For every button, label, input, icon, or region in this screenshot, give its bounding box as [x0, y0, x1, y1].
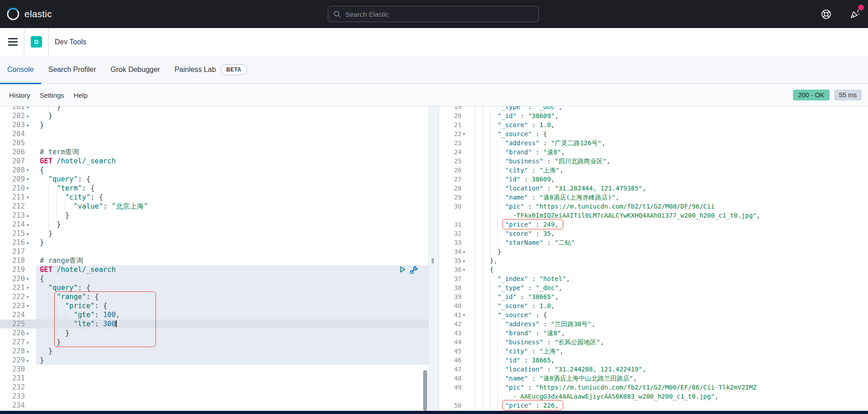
- code-line[interactable]: 19 "_type" : "_doc",: [439, 106, 868, 111]
- code-line[interactable]: 48 "name" : "速8酒店上海中山北路兰田路店",: [439, 374, 868, 383]
- code-line[interactable]: 39 "_id" : "38665",: [439, 292, 868, 301]
- code-line[interactable]: 230: [0, 365, 429, 374]
- code-line[interactable]: 215▴ }: [0, 229, 429, 238]
- code-line[interactable]: 218# range查询: [0, 256, 429, 265]
- code-line[interactable]: 204: [0, 129, 429, 138]
- code-line[interactable]: 213▴ }: [0, 211, 429, 220]
- help-icon[interactable]: [820, 8, 832, 20]
- code-line[interactable]: 27 "id" : 38609,: [439, 175, 868, 184]
- fold-toggle-icon[interactable]: ▾: [463, 310, 465, 319]
- code-line[interactable]: 42 "address" : "兰田路38号",: [439, 319, 868, 328]
- code-line[interactable]: 233: [0, 392, 429, 401]
- history-button[interactable]: History: [9, 91, 30, 99]
- code-line[interactable]: 205: [0, 138, 429, 148]
- tab-grok-debugger[interactable]: Grok Debugger: [104, 56, 167, 84]
- tab-search-profiler[interactable]: Search Profiler: [41, 56, 104, 84]
- code-line[interactable]: 206# term查询: [0, 148, 429, 157]
- code-line[interactable]: 38 "_type" : "_doc",: [439, 283, 868, 292]
- fold-toggle-icon[interactable]: ▴: [27, 356, 29, 365]
- wrench-icon[interactable]: [410, 266, 418, 274]
- fold-toggle-icon[interactable]: ▾: [27, 274, 29, 283]
- code-line[interactable]: 44 "business" : "长风公园地区",: [439, 338, 868, 347]
- fold-toggle-icon[interactable]: ▾: [463, 129, 465, 138]
- fold-toggle-icon[interactable]: ▾: [27, 193, 29, 202]
- code-line[interactable]: 46 "id" : 38665,: [439, 356, 868, 365]
- code-line[interactable]: 34▴ }: [439, 247, 868, 256]
- tab-console[interactable]: Console: [0, 56, 41, 84]
- code-line[interactable]: 208▾{: [0, 166, 429, 175]
- code-line[interactable]: 29 "name" : "速8酒店(上海赤峰路店)",: [439, 193, 868, 202]
- elastic-logo[interactable]: elastic: [6, 7, 52, 21]
- fold-toggle-icon[interactable]: ▾: [27, 175, 29, 184]
- code-line[interactable]: 49 "pic" : "https://m.tuniucdn.com/fb2/t…: [439, 383, 868, 401]
- fold-toggle-icon[interactable]: ▴: [27, 120, 29, 129]
- code-line[interactable]: 212 "value": "北京上海": [0, 202, 429, 211]
- code-line[interactable]: 22▾ "_source" : {: [439, 129, 868, 138]
- pane-resizer[interactable]: ‖: [429, 106, 439, 411]
- code-line[interactable]: 217: [0, 247, 429, 256]
- code-line[interactable]: 232: [0, 383, 429, 392]
- code-line[interactable]: 37 "_index" : "hotel",: [439, 274, 868, 283]
- fold-toggle-icon[interactable]: ▴: [27, 238, 29, 247]
- fold-toggle-icon[interactable]: ▴: [27, 211, 29, 220]
- code-line[interactable]: 201▴ }: [0, 106, 429, 111]
- code-line[interactable]: 214▴ }: [0, 220, 429, 229]
- code-line[interactable]: 231: [0, 374, 429, 383]
- code-line[interactable]: 26 "city" : "上海",: [439, 166, 868, 175]
- fold-toggle-icon[interactable]: ▴: [27, 106, 29, 111]
- fold-toggle-icon[interactable]: ▾: [27, 184, 29, 193]
- fold-toggle-icon[interactable]: ▴: [463, 256, 465, 265]
- code-line[interactable]: 41▾ "_source" : {: [439, 310, 868, 319]
- fold-toggle-icon[interactable]: ▴: [27, 111, 29, 120]
- global-search-box[interactable]: [328, 6, 539, 22]
- code-line[interactable]: 229▴}: [0, 356, 429, 365]
- code-line[interactable]: 220▾{: [0, 274, 429, 283]
- vertical-scrollbar[interactable]: [423, 370, 427, 411]
- code-line[interactable]: 211▾ "city": {: [0, 193, 429, 202]
- newsfeed-icon[interactable]: [849, 8, 861, 20]
- code-line[interactable]: 35▴ },: [439, 256, 868, 265]
- fold-toggle-icon[interactable]: ▾: [27, 283, 29, 292]
- search-input[interactable]: [345, 10, 533, 18]
- settings-button[interactable]: Settings: [40, 91, 64, 99]
- code-line[interactable]: 36▾ {: [439, 265, 868, 274]
- fold-toggle-icon[interactable]: ▾: [27, 301, 29, 310]
- fold-toggle-icon[interactable]: ▴: [463, 247, 465, 256]
- tab-painless-lab[interactable]: Painless Lab BETA: [167, 56, 255, 84]
- code-line[interactable]: 28 "location" : "31.282444, 121.479385",: [439, 184, 868, 193]
- code-line[interactable]: 45 "city" : "上海",: [439, 347, 868, 356]
- code-line[interactable]: 30 "pic" : "https://m.tuniucdn.com/fb2/t…: [439, 202, 868, 220]
- code-line[interactable]: 216▴}: [0, 238, 429, 247]
- fold-toggle-icon[interactable]: ▴: [27, 229, 29, 238]
- send-request-icon[interactable]: [399, 266, 406, 273]
- request-editor[interactable]: 201▴ }202▴ }203▴}204205206# term查询207GET…: [0, 106, 429, 411]
- code-line[interactable]: 24 "brand" : "速8",: [439, 148, 868, 157]
- fold-toggle-icon[interactable]: ▾: [27, 292, 29, 301]
- code-line[interactable]: 20 "_id" : "38609",: [439, 111, 868, 120]
- fold-toggle-icon[interactable]: ▴: [27, 220, 29, 229]
- response-viewer[interactable]: 19 "_type" : "_doc",20 "_id" : "38609",2…: [439, 106, 868, 411]
- code-line[interactable]: 21 "_score" : 1.0,: [439, 120, 868, 129]
- code-line[interactable]: 32 "score" : 35,: [439, 229, 868, 238]
- code-line[interactable]: 210▾ "term": {: [0, 184, 429, 193]
- fold-toggle-icon[interactable]: ▴: [27, 328, 29, 338]
- dev-tools-app-icon[interactable]: D: [31, 36, 42, 48]
- code-line[interactable]: 207GET /hotel/_search: [0, 157, 429, 166]
- menu-hamburger-icon[interactable]: [8, 38, 18, 46]
- code-line[interactable]: 221▾ "query": {: [0, 283, 429, 292]
- help-button[interactable]: Help: [74, 91, 88, 99]
- code-line[interactable]: 43 "brand" : "速8",: [439, 328, 868, 338]
- code-line[interactable]: 209▾ "query": {: [0, 175, 429, 184]
- fold-toggle-icon[interactable]: ▾: [463, 265, 465, 274]
- code-line[interactable]: 25 "business" : "四川北路商业区",: [439, 157, 868, 166]
- fold-toggle-icon[interactable]: ▾: [27, 166, 29, 175]
- fold-toggle-icon[interactable]: ▴: [27, 347, 29, 356]
- code-line[interactable]: 33 "starName" : "二钻": [439, 238, 868, 247]
- fold-toggle-icon[interactable]: ▴: [27, 338, 29, 347]
- code-line[interactable]: 228▴ }: [0, 347, 429, 356]
- code-line[interactable]: 234: [0, 401, 429, 410]
- code-line[interactable]: 203▴}: [0, 120, 429, 129]
- code-line[interactable]: 202▴ }: [0, 111, 429, 120]
- code-line[interactable]: 23 "address" : "广灵二路126号",: [439, 138, 868, 148]
- code-line[interactable]: 47 "location" : "31.244288, 121.422419",: [439, 365, 868, 374]
